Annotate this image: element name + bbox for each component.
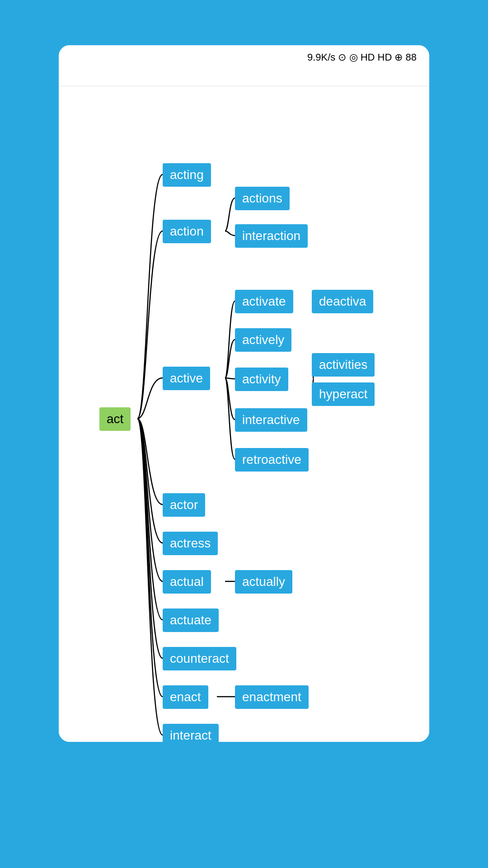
word-counteract[interactable]: counteract	[163, 647, 236, 670]
status-info: 9.9K/s ⊙ ◎ HD HD ⊕ 88	[307, 52, 417, 63]
word-interactive[interactable]: interactive	[235, 408, 307, 432]
word-actuate[interactable]: actuate	[163, 609, 219, 632]
word-actions[interactable]: actions	[235, 187, 290, 210]
word-actress[interactable]: actress	[163, 532, 218, 555]
word-deactiva[interactable]: deactiva	[312, 290, 373, 313]
app-bar	[59, 70, 429, 86]
word-activity[interactable]: activity	[235, 368, 288, 391]
word-actively[interactable]: actively	[235, 328, 291, 352]
word-actor[interactable]: actor	[163, 493, 205, 517]
word-hyperact[interactable]: hyperact	[312, 382, 375, 406]
word-activate[interactable]: activate	[235, 290, 293, 313]
word-interact[interactable]: interact	[163, 724, 219, 742]
word-retroactive[interactable]: retroactive	[235, 448, 309, 472]
word-interaction[interactable]: interaction	[235, 224, 308, 248]
word-enact[interactable]: enact	[163, 685, 208, 709]
word-activities[interactable]: activities	[312, 353, 375, 377]
word-acting[interactable]: acting	[163, 163, 211, 187]
phone-frame: 9.9K/s ⊙ ◎ HD HD ⊕ 88 actactingactionact…	[59, 45, 429, 742]
word-act[interactable]: act	[99, 407, 131, 431]
status-bar: 9.9K/s ⊙ ◎ HD HD ⊕ 88	[59, 45, 429, 70]
tree-content: actactingactionactionsinteractionactivea…	[59, 86, 429, 742]
word-actual[interactable]: actual	[163, 570, 211, 594]
word-action[interactable]: action	[163, 220, 211, 243]
word-active[interactable]: active	[163, 367, 210, 390]
title-area	[0, 0, 488, 45]
word-enactment[interactable]: enactment	[235, 685, 309, 709]
word-actually[interactable]: actually	[235, 570, 292, 594]
status-right: 9.9K/s ⊙ ◎ HD HD ⊕ 88	[307, 52, 417, 63]
